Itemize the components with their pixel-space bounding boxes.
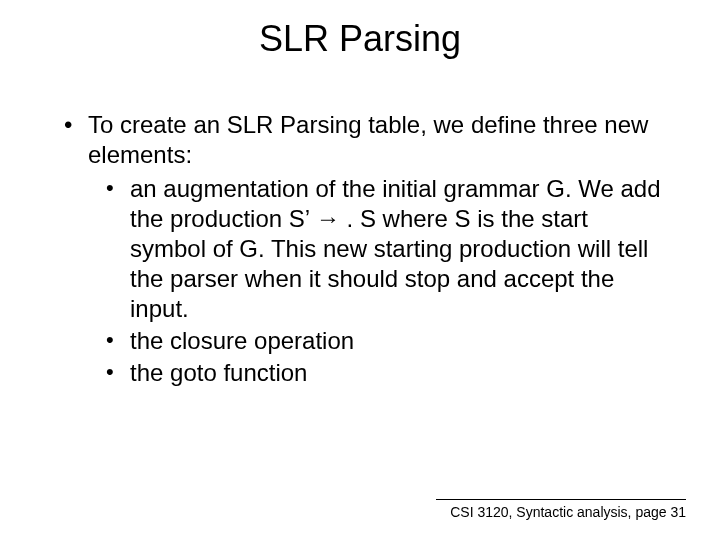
slide-title: SLR Parsing (0, 0, 720, 60)
slide-body: To create an SLR Parsing table, we defin… (60, 110, 670, 390)
bullet-text: an augmentation of the initial grammar G… (130, 175, 661, 322)
bullet-text: the goto function (130, 359, 307, 386)
bullet-text: To create an SLR Parsing table, we defin… (88, 111, 648, 168)
slide: SLR Parsing To create an SLR Parsing tab… (0, 0, 720, 540)
footer-divider (436, 499, 686, 500)
footer: CSI 3120, Syntactic analysis, page 31 (436, 499, 686, 520)
bullet-level2: the goto function (60, 358, 670, 388)
bullet-level2: the closure operation (60, 326, 670, 356)
bullet-level1: To create an SLR Parsing table, we defin… (60, 110, 670, 170)
bullet-level2: an augmentation of the initial grammar G… (60, 174, 670, 324)
footer-text: CSI 3120, Syntactic analysis, page 31 (436, 504, 686, 520)
bullet-text: the closure operation (130, 327, 354, 354)
